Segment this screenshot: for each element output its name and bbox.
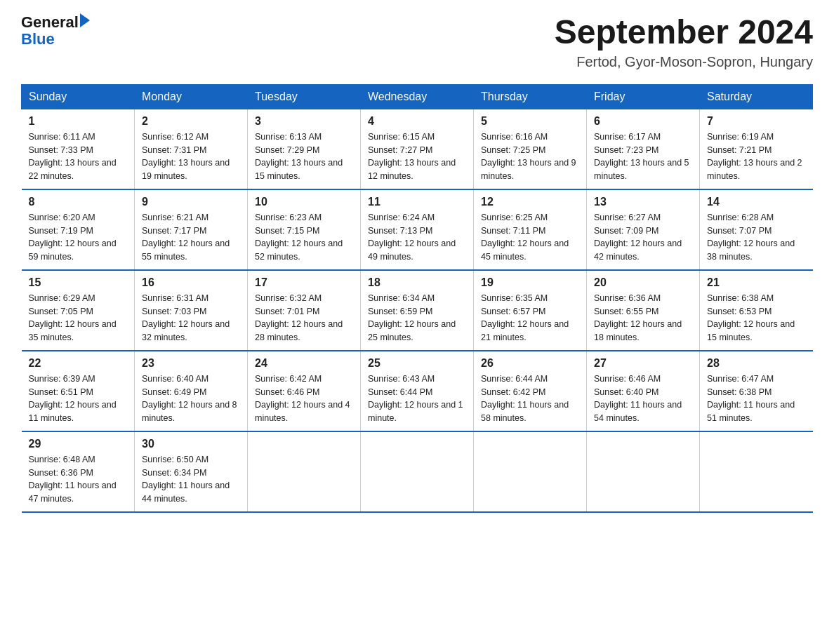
day-number: 9 [142, 196, 240, 208]
day-number: 27 [594, 357, 692, 370]
calendar-day-cell: 25Sunrise: 6:43 AMSunset: 6:44 PMDayligh… [361, 351, 474, 431]
calendar-week-row: 22Sunrise: 6:39 AMSunset: 6:51 PMDayligh… [22, 351, 813, 431]
day-info: Sunrise: 6:48 AMSunset: 6:36 PMDaylight:… [29, 453, 128, 506]
day-number: 12 [481, 196, 579, 208]
day-info: Sunrise: 6:12 AMSunset: 7:31 PMDaylight:… [142, 130, 240, 183]
calendar-day-cell [587, 431, 700, 512]
calendar-day-cell: 8Sunrise: 6:20 AMSunset: 7:19 PMDaylight… [22, 189, 135, 270]
day-number: 29 [29, 438, 128, 450]
day-info: Sunrise: 6:38 AMSunset: 6:53 PMDaylight:… [707, 292, 806, 344]
day-number: 18 [368, 276, 466, 289]
day-number: 13 [594, 196, 692, 208]
calendar-day-cell: 12Sunrise: 6:25 AMSunset: 7:11 PMDayligh… [474, 189, 587, 270]
page-header: General Blue September 2024 Fertod, Gyor… [21, 14, 813, 70]
calendar-day-cell [248, 431, 361, 512]
day-of-week-header: Thursday [474, 84, 587, 109]
day-number: 24 [255, 357, 353, 370]
day-number: 26 [481, 357, 579, 370]
logo-general-text: General [21, 14, 79, 31]
calendar-week-row: 15Sunrise: 6:29 AMSunset: 7:05 PMDayligh… [22, 270, 813, 351]
calendar-day-cell: 17Sunrise: 6:32 AMSunset: 7:01 PMDayligh… [248, 270, 361, 351]
day-number: 8 [29, 196, 128, 208]
day-info: Sunrise: 6:42 AMSunset: 6:46 PMDaylight:… [255, 373, 353, 425]
day-number: 11 [368, 196, 466, 208]
day-number: 7 [707, 115, 806, 128]
calendar-week-row: 1Sunrise: 6:11 AMSunset: 7:33 PMDaylight… [22, 109, 813, 189]
day-number: 17 [255, 276, 353, 289]
day-number: 25 [368, 357, 466, 370]
day-number: 6 [594, 115, 692, 128]
day-number: 19 [481, 276, 579, 289]
day-info: Sunrise: 6:25 AMSunset: 7:11 PMDaylight:… [481, 211, 579, 264]
day-of-week-header: Sunday [22, 84, 135, 109]
calendar-day-cell: 22Sunrise: 6:39 AMSunset: 6:51 PMDayligh… [22, 351, 135, 431]
calendar-day-cell [700, 431, 813, 512]
day-number: 14 [707, 196, 806, 208]
calendar-table: SundayMondayTuesdayWednesdayThursdayFrid… [21, 84, 813, 513]
calendar-day-cell: 14Sunrise: 6:28 AMSunset: 7:07 PMDayligh… [700, 189, 813, 270]
day-number: 15 [29, 276, 128, 289]
calendar-day-cell: 19Sunrise: 6:35 AMSunset: 6:57 PMDayligh… [474, 270, 587, 351]
logo-arrow-icon [80, 13, 90, 27]
day-number: 10 [255, 196, 353, 208]
calendar-day-cell: 15Sunrise: 6:29 AMSunset: 7:05 PMDayligh… [22, 270, 135, 351]
day-number: 23 [142, 357, 240, 370]
day-number: 3 [255, 115, 353, 128]
calendar-day-cell: 23Sunrise: 6:40 AMSunset: 6:49 PMDayligh… [135, 351, 248, 431]
day-info: Sunrise: 6:36 AMSunset: 6:55 PMDaylight:… [594, 292, 692, 344]
day-info: Sunrise: 6:43 AMSunset: 6:44 PMDaylight:… [368, 373, 466, 425]
calendar-day-cell: 1Sunrise: 6:11 AMSunset: 7:33 PMDaylight… [22, 109, 135, 189]
calendar-day-cell [361, 431, 474, 512]
day-number: 16 [142, 276, 240, 289]
calendar-title: September 2024 [555, 14, 813, 51]
calendar-subtitle: Fertod, Gyor-Moson-Sopron, Hungary [555, 54, 813, 70]
day-of-week-header: Wednesday [361, 84, 474, 109]
calendar-header-row: SundayMondayTuesdayWednesdayThursdayFrid… [22, 84, 813, 109]
day-info: Sunrise: 6:11 AMSunset: 7:33 PMDaylight:… [29, 130, 128, 183]
day-number: 4 [368, 115, 466, 128]
calendar-day-cell: 9Sunrise: 6:21 AMSunset: 7:17 PMDaylight… [135, 189, 248, 270]
calendar-day-cell: 21Sunrise: 6:38 AMSunset: 6:53 PMDayligh… [700, 270, 813, 351]
calendar-week-row: 29Sunrise: 6:48 AMSunset: 6:36 PMDayligh… [22, 431, 813, 512]
day-info: Sunrise: 6:44 AMSunset: 6:42 PMDaylight:… [481, 373, 579, 425]
calendar-day-cell: 28Sunrise: 6:47 AMSunset: 6:38 PMDayligh… [700, 351, 813, 431]
day-info: Sunrise: 6:15 AMSunset: 7:27 PMDaylight:… [368, 130, 466, 183]
calendar-day-cell: 2Sunrise: 6:12 AMSunset: 7:31 PMDaylight… [135, 109, 248, 189]
day-info: Sunrise: 6:40 AMSunset: 6:49 PMDaylight:… [142, 373, 240, 425]
day-info: Sunrise: 6:34 AMSunset: 6:59 PMDaylight:… [368, 292, 466, 344]
day-number: 30 [142, 438, 240, 450]
calendar-day-cell: 29Sunrise: 6:48 AMSunset: 6:36 PMDayligh… [22, 431, 135, 512]
day-of-week-header: Monday [135, 84, 248, 109]
day-info: Sunrise: 6:16 AMSunset: 7:25 PMDaylight:… [481, 130, 579, 183]
logo-blue-text: Blue [21, 31, 90, 48]
calendar-day-cell: 11Sunrise: 6:24 AMSunset: 7:13 PMDayligh… [361, 189, 474, 270]
day-number: 22 [29, 357, 128, 370]
day-info: Sunrise: 6:39 AMSunset: 6:51 PMDaylight:… [29, 373, 128, 425]
calendar-day-cell: 4Sunrise: 6:15 AMSunset: 7:27 PMDaylight… [361, 109, 474, 189]
calendar-day-cell: 10Sunrise: 6:23 AMSunset: 7:15 PMDayligh… [248, 189, 361, 270]
day-info: Sunrise: 6:28 AMSunset: 7:07 PMDaylight:… [707, 211, 806, 264]
calendar-day-cell: 27Sunrise: 6:46 AMSunset: 6:40 PMDayligh… [587, 351, 700, 431]
day-number: 28 [707, 357, 806, 370]
day-info: Sunrise: 6:27 AMSunset: 7:09 PMDaylight:… [594, 211, 692, 264]
day-of-week-header: Tuesday [248, 84, 361, 109]
day-info: Sunrise: 6:32 AMSunset: 7:01 PMDaylight:… [255, 292, 353, 344]
day-number: 21 [707, 276, 806, 289]
calendar-day-cell: 20Sunrise: 6:36 AMSunset: 6:55 PMDayligh… [587, 270, 700, 351]
day-number: 1 [29, 115, 128, 128]
day-number: 2 [142, 115, 240, 128]
day-info: Sunrise: 6:21 AMSunset: 7:17 PMDaylight:… [142, 211, 240, 264]
day-info: Sunrise: 6:17 AMSunset: 7:23 PMDaylight:… [594, 130, 692, 183]
calendar-day-cell: 24Sunrise: 6:42 AMSunset: 6:46 PMDayligh… [248, 351, 361, 431]
day-info: Sunrise: 6:50 AMSunset: 6:34 PMDaylight:… [142, 453, 240, 506]
calendar-day-cell: 3Sunrise: 6:13 AMSunset: 7:29 PMDaylight… [248, 109, 361, 189]
logo: General Blue [21, 14, 90, 48]
day-info: Sunrise: 6:13 AMSunset: 7:29 PMDaylight:… [255, 130, 353, 183]
day-info: Sunrise: 6:31 AMSunset: 7:03 PMDaylight:… [142, 292, 240, 344]
day-info: Sunrise: 6:29 AMSunset: 7:05 PMDaylight:… [29, 292, 128, 344]
calendar-day-cell: 16Sunrise: 6:31 AMSunset: 7:03 PMDayligh… [135, 270, 248, 351]
day-of-week-header: Friday [587, 84, 700, 109]
title-block: September 2024 Fertod, Gyor-Moson-Sopron… [555, 14, 813, 70]
calendar-day-cell: 6Sunrise: 6:17 AMSunset: 7:23 PMDaylight… [587, 109, 700, 189]
calendar-day-cell: 18Sunrise: 6:34 AMSunset: 6:59 PMDayligh… [361, 270, 474, 351]
